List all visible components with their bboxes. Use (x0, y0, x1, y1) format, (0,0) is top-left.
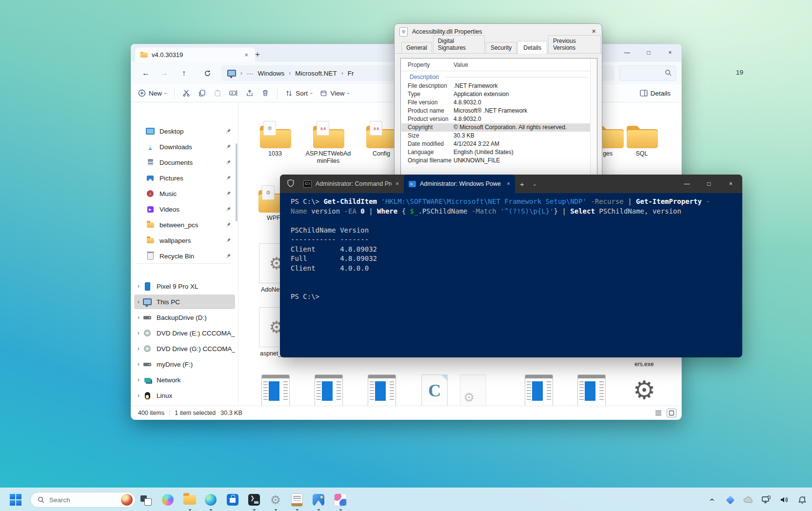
file-explorer-button[interactable] (182, 492, 197, 507)
store-button[interactable] (225, 492, 240, 507)
explorer-tab[interactable]: v4.0.30319 × (135, 47, 255, 62)
expand-chevron-icon[interactable]: › (134, 330, 143, 336)
copy-button[interactable] (198, 89, 206, 97)
dll-file-icon[interactable] (525, 374, 553, 406)
column-header-property[interactable]: Property (408, 61, 430, 68)
table-row[interactable]: Product version4.8.9032.0 (401, 115, 590, 123)
folder-item-aspnetwebadminfiles[interactable]: ∧∧ ASP.NETWebAdminFiles (305, 118, 352, 165)
copilot-tray-icon[interactable] (724, 494, 736, 506)
sidebar-item-linux[interactable]: ›Linux (134, 388, 235, 403)
table-row[interactable]: Original filenameUNKNOWN_FILE (401, 157, 590, 165)
rename-button[interactable]: A (229, 89, 238, 97)
sort-button[interactable]: Sort › (285, 90, 312, 97)
folder-item-sql[interactable]: SQL (618, 118, 665, 157)
details-view-toggle[interactable] (654, 409, 663, 417)
tab-command-prompt[interactable]: C:\ Administrator: Command Pron × (298, 175, 404, 193)
sidebar-item-pictures[interactable]: Pictures (134, 171, 235, 185)
table-row[interactable]: LanguageEnglish (United States) (401, 148, 590, 157)
sidebar-item-music[interactable]: ♪Music (134, 186, 235, 201)
sidebar-item-documents[interactable]: Documents (134, 155, 235, 170)
expand-chevron-icon[interactable]: › (134, 392, 143, 399)
delete-button[interactable] (261, 89, 269, 97)
sidebar-scrollbar[interactable] (236, 143, 238, 221)
sidebar-item-videos[interactable]: ▶Videos (134, 202, 235, 216)
sidebar-item-between-pcs[interactable]: between_pcs (134, 217, 235, 232)
exe-gear-icon[interactable]: ⚙ (629, 374, 660, 406)
tab-general[interactable]: General (401, 42, 432, 53)
dialog-title-bar[interactable]: ⚙ Accessibility.dll Properties × (395, 24, 602, 39)
copilot-button[interactable] (160, 492, 175, 507)
start-button[interactable] (8, 492, 23, 507)
tab-close-icon[interactable]: × (242, 51, 250, 59)
settings-button[interactable]: ⚙ (268, 492, 283, 507)
expand-chevron-icon[interactable]: › (134, 345, 143, 352)
new-button[interactable]: New › (138, 89, 166, 97)
breadcrumb-item-microsoft-net[interactable]: Microsoft.NET (295, 70, 337, 77)
up-button[interactable]: ↑ (176, 66, 192, 80)
tab-close-icon[interactable]: × (507, 180, 510, 187)
task-view-button[interactable] (138, 492, 153, 507)
explorer-maximize-button[interactable]: □ (638, 44, 659, 61)
share-button[interactable] (246, 89, 254, 97)
edge-button[interactable] (203, 492, 218, 507)
table-row[interactable]: File version4.8.9032.0 (401, 98, 590, 107)
table-row[interactable]: TypeApplication extension (401, 90, 590, 98)
terminal-title-bar[interactable]: C:\ Administrator: Command Pron × >_ Adm… (280, 175, 742, 193)
notification-bell-icon[interactable]: z (796, 494, 808, 506)
tray-overflow-chevron[interactable] (706, 494, 718, 506)
terminal-minimize-button[interactable]: — (676, 175, 698, 193)
tab-security[interactable]: Security (486, 42, 516, 53)
notepad-button[interactable] (290, 492, 304, 507)
table-row[interactable]: File description.NET Framework (401, 82, 590, 90)
sidebar-item-downloads[interactable]: ↓Downloads (134, 139, 235, 154)
breadcrumb-ellipsis[interactable]: ··· (247, 70, 254, 77)
forward-button[interactable]: → (157, 66, 172, 80)
network-icon[interactable] (760, 494, 772, 506)
dll-file-icon[interactable] (261, 374, 290, 406)
taskbar-search[interactable]: Search (30, 492, 136, 508)
sidebar-item-mydrive-f[interactable]: ›myDrive (F:) (134, 357, 235, 372)
terminal-close-button[interactable]: × (720, 175, 742, 193)
photos-button[interactable] (311, 492, 326, 507)
back-button[interactable]: ← (138, 66, 154, 80)
expand-chevron-icon[interactable]: › (134, 376, 143, 383)
tab-dropdown-chevron[interactable]: › (529, 180, 540, 188)
sidebar-item-desktop[interactable]: Desktop (134, 124, 235, 138)
terminal-output[interactable]: PS C:\> Get-ChildItem 'HKLM:\SOFTWARE\Mi… (280, 193, 742, 357)
sidebar-item-pixel-9-pro-xl[interactable]: ›Pixel 9 Pro XL (134, 279, 235, 294)
sidebar-item-this-pc[interactable]: ›This PC (134, 295, 235, 309)
breadcrumb-item-windows[interactable]: Windows (258, 70, 285, 77)
refresh-button[interactable] (199, 66, 215, 80)
expand-chevron-icon[interactable]: › (134, 361, 143, 368)
search-box[interactable] (619, 65, 676, 81)
explorer-close-button[interactable]: × (659, 44, 681, 61)
dialog-close-button[interactable]: × (592, 27, 596, 35)
tab-details[interactable]: Details (517, 41, 547, 54)
sidebar-item-dvd-drive-e[interactable]: ›DVD Drive (E:) CCCOMA_X64F (134, 326, 235, 340)
new-tab-button[interactable]: + (251, 48, 264, 61)
cut-button[interactable] (182, 89, 190, 97)
sidebar-item-dvd-drive-g[interactable]: ›DVD Drive (G:) CCCOMA_X64I (134, 341, 235, 356)
table-row-selected[interactable]: Copyright© Microsoft Corporation. All ri… (401, 123, 590, 132)
tab-close-icon[interactable]: × (396, 180, 399, 187)
tab-powershell[interactable]: >_ Administrator: Windows Powe × (404, 175, 515, 193)
table-row[interactable]: Product nameMicrosoft® .NET Framework (401, 107, 590, 115)
sidebar-item-network[interactable]: ›Network (134, 373, 235, 387)
breadcrumb-item-framework-partial[interactable]: Fr (348, 70, 354, 77)
details-pane-button[interactable]: Details (640, 90, 671, 97)
explorer-minimize-button[interactable]: — (616, 44, 638, 61)
dll-file-icon[interactable] (577, 374, 606, 406)
sidebar-item-recycle-bin[interactable]: Recycle Bin (134, 249, 235, 263)
onedrive-cloud-icon[interactable] (742, 494, 754, 506)
c-document-icon[interactable]: C (421, 374, 448, 406)
thumbnail-view-toggle[interactable] (667, 409, 676, 417)
table-row[interactable]: Date modified4/1/2024 3:22 AM (401, 140, 590, 148)
column-header-value[interactable]: Value (454, 61, 468, 68)
sidebar-item-backupdrive-d[interactable]: ›BackupDrive (D:) (134, 310, 235, 325)
expand-chevron-icon[interactable]: › (134, 283, 143, 290)
expand-chevron-icon[interactable]: › (134, 314, 143, 321)
dll-file-icon[interactable] (315, 374, 343, 406)
terminal-maximize-button[interactable]: □ (698, 175, 720, 193)
new-tab-button[interactable]: + (515, 180, 529, 188)
terminal-button[interactable]: ❯ (247, 492, 261, 507)
